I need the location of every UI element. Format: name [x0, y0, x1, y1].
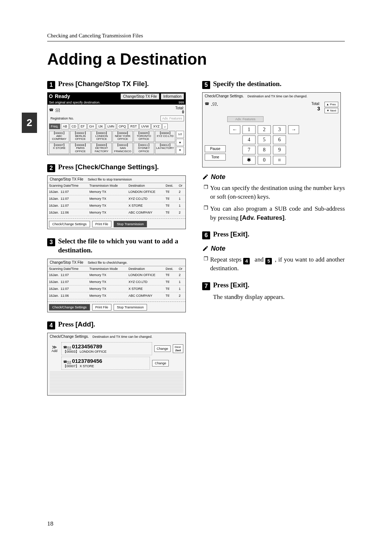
pager-label: 1/2 — [176, 131, 184, 138]
dest-cell[interactable]: 【00003】LONDON OFFICE — [91, 131, 112, 142]
key-6[interactable]: 6 — [273, 135, 286, 144]
tab-uvw[interactable]: UVW — [139, 123, 151, 129]
step-7-post: . — [248, 281, 249, 289]
step-2-post: . — [157, 163, 159, 171]
pencil-icon — [202, 245, 209, 252]
dest-cell[interactable]: 【00011】SYDNEY OFFICE — [134, 143, 154, 154]
g3-label: G3 — [211, 102, 218, 106]
dest-cell[interactable]: 【00004】NEW YORK OFFICE — [113, 131, 133, 142]
dest-cell[interactable]: 【00005】TORONTO OFFICE — [134, 131, 154, 142]
tab-rst[interactable]: RST — [128, 123, 139, 129]
key-0[interactable]: 0 — [258, 156, 271, 165]
dest-number: 0123456789 — [72, 343, 102, 349]
dest-cell[interactable]: 【00001】ABC COMPANY — [49, 131, 69, 142]
file-row[interactable]: 16Jan. 11:07Memory TXX STORETtl1 — [48, 285, 185, 292]
key-5[interactable]: 5 — [258, 135, 271, 144]
col-dest: Destination — [127, 183, 164, 188]
col-destn: Dest. — [164, 266, 177, 271]
step-1-bold: [Change/Stop TX File] — [75, 80, 147, 88]
key-1[interactable]: 1 — [242, 125, 256, 134]
stop-transmission-button[interactable]: Stop Transmission — [114, 221, 147, 227]
reg-no-button[interactable]: Registration No. — [49, 116, 75, 121]
file-sub: Select file to check/change. — [88, 261, 128, 264]
change-button[interactable]: Change — [152, 360, 169, 366]
key-hash[interactable]: ⌗ — [273, 156, 286, 165]
tab-ab[interactable]: AB — [61, 123, 69, 129]
dest-cell[interactable]: 【00010】SAN FRANCISCO — [113, 143, 133, 154]
phone-icon: ☎ — [63, 360, 67, 364]
pause-button[interactable]: Pause — [205, 145, 226, 152]
chk-sub: Destination and TX time can be changed. — [93, 335, 152, 339]
dest-cell[interactable]: 【00008】PARIS OFFICE — [70, 143, 90, 154]
key-star[interactable]: ✱ — [242, 156, 256, 165]
breadcrumb: Checking and Canceling Transmission File… — [47, 33, 345, 41]
tone-button[interactable]: Tone — [205, 154, 226, 161]
right-arrow-button[interactable]: → — [288, 125, 299, 134]
print-file-button[interactable]: Print File — [92, 304, 112, 311]
stop-transmission-button[interactable]: Stop Transmission — [114, 304, 147, 311]
step-7-badge: 7 — [202, 282, 210, 290]
chk-title: Check/Change Settings. — [50, 335, 89, 339]
dest-cell[interactable]: 【00007】X STORE — [49, 143, 69, 154]
file-row[interactable]: 16Jan. 11:06Memory TXABC COMPANYTtl2 — [48, 292, 185, 299]
print-file-button[interactable]: Print File — [92, 221, 112, 227]
tab-ef[interactable]: EF — [79, 123, 87, 129]
tab-ijk[interactable]: IJK — [97, 123, 105, 129]
tab-gh[interactable]: GH — [87, 123, 96, 129]
add-icon[interactable]: ≫ — [50, 345, 59, 349]
page-up-button[interactable]: ▲ — [176, 139, 184, 146]
step-1-pre: Press — [58, 80, 75, 88]
step-2: 2 Press [Check/Change Settings]. — [47, 162, 190, 172]
key-8[interactable]: 8 — [258, 146, 271, 154]
ready-sub: Set original and specify destination. — [49, 101, 101, 104]
step-4-post: . — [93, 320, 95, 328]
change-stop-tx-button[interactable]: Change/Stop TX File — [121, 93, 159, 100]
tab-xyz[interactable]: XYZ — [151, 123, 162, 129]
dest-cell[interactable]: 【00006】XYZ CO.LTD — [155, 131, 175, 142]
key-2[interactable]: 2 — [258, 125, 271, 134]
file-row[interactable]: 16Jan. 11:06Memory TXABC COMPANYTtl2 — [48, 209, 185, 216]
g3-label: G3 — [67, 360, 71, 364]
col-dest: Destination — [127, 266, 164, 271]
check-change-settings-button[interactable]: Check/Change Settings — [49, 221, 90, 227]
tab-lmn[interactable]: LMN — [106, 123, 116, 129]
file-row[interactable]: 16Jan. 11:07Memory TXXYZ CO.LTDTtl1 — [48, 278, 185, 285]
key-3[interactable]: 3 — [273, 125, 286, 134]
step-3-badge: 3 — [47, 238, 55, 246]
tab-opq[interactable]: OPQ — [117, 123, 128, 129]
key-4[interactable]: 4 — [242, 135, 256, 144]
prev-button[interactable]: ▲ Prev. — [324, 102, 338, 107]
dest-cell[interactable]: 【00009】DETROIT FACTORY — [91, 143, 112, 154]
information-button[interactable]: Information — [161, 93, 184, 100]
key-7[interactable]: 7 — [242, 146, 256, 154]
dest-id: 【00003】 — [63, 350, 79, 353]
col-mode: Transmission Mode — [88, 266, 127, 271]
file-row[interactable]: 16Jan. 11:07Memory TXLONDON OFFICETtl2 — [48, 271, 185, 278]
note-3a: Repeat steps — [210, 256, 243, 263]
dest-count: Dest.2set — [173, 344, 183, 353]
dest-cell[interactable]: 【00012】LA FACTORY — [155, 143, 175, 154]
tab-freq[interactable]: Freq. — [49, 123, 60, 129]
change-button[interactable]: Change — [154, 345, 171, 352]
page-down-button[interactable]: ▼ — [176, 147, 184, 154]
left-arrow-button[interactable]: ← — [229, 125, 240, 134]
ready-panel: Ready Change/Stop TX File Information Se… — [47, 92, 186, 155]
note-item: ❒Repeat steps 4 and 5, if you want to ad… — [204, 255, 345, 273]
kp-title: Check/Change Settings. — [205, 94, 244, 98]
tab-cd[interactable]: CD — [70, 123, 78, 129]
col-date: Scanning Date/Time — [48, 183, 88, 188]
check-change-settings-button[interactable]: Check/Change Settings — [49, 304, 90, 311]
pencil-icon — [202, 174, 209, 180]
step-6-bold: [Exit] — [230, 230, 248, 238]
next-button[interactable]: ▼ Next — [324, 108, 338, 113]
dest-cell[interactable]: 【00002】BERLIN OFFICE — [70, 131, 90, 142]
search-icon[interactable]: ⌕ — [162, 123, 168, 129]
adv-features-button[interactable]: Adv. Features — [227, 116, 264, 122]
adv-features-button[interactable]: Adv. Features — [160, 116, 184, 121]
file-row[interactable]: 16Jan. 11:07Memory TXX STORETtl1 — [48, 202, 185, 209]
step-5-badge: 5 — [202, 81, 210, 89]
file-row[interactable]: 16Jan. 11:07Memory TXXYZ CO.LTDTtl1 — [48, 195, 185, 202]
key-9[interactable]: 9 — [273, 146, 286, 154]
step-1-post: . — [147, 80, 149, 88]
file-row[interactable]: 16Jan. 11:07Memory TXLONDON OFFICETtl2 — [48, 188, 185, 195]
